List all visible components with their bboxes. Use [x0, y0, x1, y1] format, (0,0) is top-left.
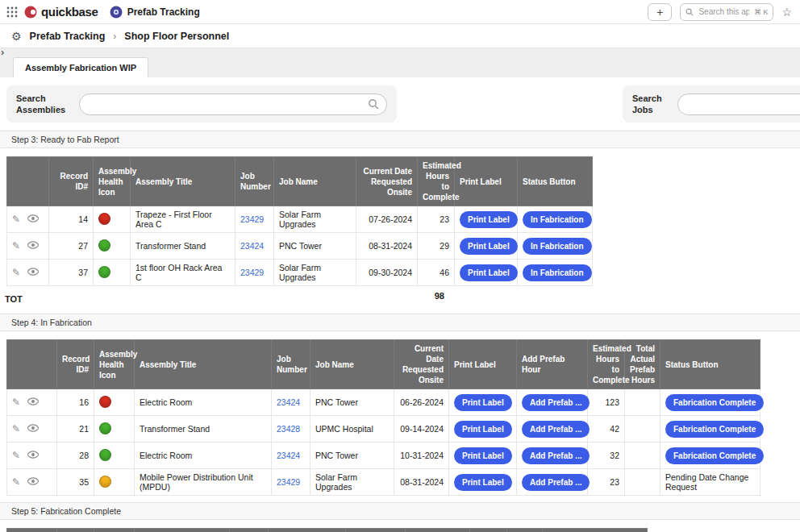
- print-label-button[interactable]: Print Label: [454, 474, 512, 491]
- edit-record-icon[interactable]: ✎: [12, 240, 20, 251]
- col-health-icon[interactable]: Assembly Health Icon: [94, 157, 131, 206]
- view-record-icon[interactable]: [27, 450, 39, 461]
- status-button[interactable]: Fabrication Complete: [665, 421, 764, 438]
- col-add-prefab-hour[interactable]: Add Prefab Hour: [406, 529, 470, 532]
- col-estimated-hours[interactable]: Estimated Hours to Complete: [470, 529, 507, 532]
- side-panel-expand-icon[interactable]: ›: [1, 46, 4, 58]
- col-assembly-title[interactable]: Assembly Title: [135, 340, 272, 389]
- view-record-icon[interactable]: [27, 214, 39, 225]
- search-assemblies-panel: Search Assemblies: [6, 85, 397, 123]
- add-prefab-hour-button[interactable]: Add Prefab ...: [522, 394, 590, 411]
- edit-record-icon[interactable]: ✎: [12, 423, 20, 434]
- edit-record-icon[interactable]: ✎: [12, 450, 20, 461]
- favorite-star-icon[interactable]: ☆: [781, 6, 792, 19]
- health-icon: [98, 239, 110, 251]
- current-app-chip[interactable]: Prefab Tracking: [110, 6, 200, 19]
- col-add-prefab-hour[interactable]: Add Prefab Hour: [517, 340, 588, 389]
- section-step5: Step 5: Fabrication Complete: [0, 502, 800, 520]
- print-label-button[interactable]: Print Label: [460, 264, 518, 281]
- print-label-button[interactable]: Print Label: [454, 421, 512, 438]
- settings-gear-icon[interactable]: ⚙: [11, 30, 22, 43]
- add-prefab-cell: Add Prefab ...: [517, 469, 588, 496]
- edit-record-icon[interactable]: ✎: [12, 267, 20, 278]
- quickbase-logo[interactable]: quickbase: [24, 5, 98, 19]
- print-label-button[interactable]: Print Label: [454, 394, 512, 411]
- job-number-link[interactable]: 23424: [240, 241, 264, 251]
- filter-row: Search Assemblies Search Jobs: [0, 85, 800, 123]
- col-job-number[interactable]: Job Number: [272, 340, 310, 389]
- new-item-button[interactable]: +: [648, 3, 672, 21]
- tab-assembly-fabrication-wip[interactable]: Assembly Fabrication WIP: [13, 57, 148, 77]
- col-record-id[interactable]: Record ID#: [49, 157, 94, 206]
- print-label-cell: Print Label: [449, 443, 517, 469]
- estimated-hours: 123: [588, 389, 625, 416]
- table-row: ✎ 35 Mobile Power Distribution Unit (MPD…: [7, 469, 760, 496]
- row-actions: ✎: [7, 260, 49, 286]
- add-prefab-hour-button[interactable]: Add Prefab ...: [522, 474, 590, 491]
- col-record-id[interactable]: Record ID#: [57, 340, 94, 389]
- col-print-label[interactable]: Print Label: [455, 157, 518, 206]
- col-job-name[interactable]: Job Name: [274, 157, 356, 206]
- col-job-name[interactable]: Job Name: [310, 340, 394, 389]
- job-number-link[interactable]: 23428: [277, 424, 300, 434]
- job-number-link[interactable]: 23429: [277, 477, 300, 487]
- status-cell: Fabrication Complete: [660, 416, 760, 443]
- view-record-icon[interactable]: [27, 397, 39, 408]
- col-date-requested[interactable]: Current Date Requested Onsite: [346, 529, 406, 532]
- status-button[interactable]: Fabrication Complete: [665, 394, 764, 411]
- job-name: Solar Farm Upgrades: [274, 206, 356, 233]
- app-search-box[interactable]: ⌘ K: [680, 3, 773, 21]
- col-assembly-title[interactable]: Assembly Title: [135, 529, 230, 532]
- search-jobs-input[interactable]: [677, 94, 800, 115]
- job-number-link[interactable]: 23429: [240, 268, 264, 277]
- job-number-link[interactable]: 23424: [277, 451, 300, 460]
- col-status-button[interactable]: Status Button: [543, 529, 648, 532]
- edit-record-icon[interactable]: ✎: [12, 214, 20, 225]
- breadcrumb-parent[interactable]: Prefab Tracking: [30, 31, 106, 42]
- edit-record-icon[interactable]: ✎: [12, 397, 20, 408]
- col-record-id[interactable]: Record ID#: [57, 529, 94, 532]
- col-total-actual-hours[interactable]: Total Actual Prefab Hours: [507, 529, 543, 532]
- col-status-button[interactable]: Status Button: [518, 157, 593, 206]
- section-step3-title: Step 3: Ready to Fab Report: [11, 135, 119, 144]
- add-prefab-hour-button[interactable]: Add Prefab ...: [522, 447, 590, 464]
- view-record-icon[interactable]: [27, 267, 39, 278]
- search-icon: [368, 98, 379, 110]
- edit-record-icon[interactable]: ✎: [12, 476, 20, 488]
- search-assemblies-input[interactable]: [79, 94, 387, 115]
- add-prefab-hour-button[interactable]: Add Prefab ...: [522, 421, 590, 438]
- job-number-link[interactable]: 23429: [240, 214, 264, 224]
- app-search-input[interactable]: [697, 6, 750, 17]
- col-date-requested[interactable]: Current Date Requested Onsite: [394, 340, 449, 389]
- status-button[interactable]: In Fabrication: [523, 264, 592, 281]
- col-health-icon[interactable]: Assembly Health Icon: [94, 529, 135, 532]
- print-label-button[interactable]: Print Label: [460, 211, 518, 228]
- col-job-number[interactable]: Job Number: [230, 529, 269, 532]
- col-assembly-title[interactable]: Assembly Title: [131, 157, 235, 206]
- record-id: 16: [57, 389, 94, 416]
- print-label-button[interactable]: Print Label: [454, 447, 512, 464]
- view-record-icon[interactable]: [27, 476, 39, 488]
- status-button[interactable]: In Fabrication: [523, 211, 592, 228]
- status-button[interactable]: In Fabrication: [523, 238, 592, 255]
- col-estimated-hours[interactable]: Estimated Hours to Complete: [588, 340, 625, 389]
- col-health-icon[interactable]: Assembly Health Icon: [94, 340, 135, 389]
- date-requested: 09-14-2024: [394, 416, 449, 443]
- assembly-title: Transformer Stand: [135, 416, 272, 443]
- col-print-label[interactable]: Print Label: [449, 340, 517, 389]
- col-job-number[interactable]: Job Number: [235, 157, 274, 206]
- view-record-icon[interactable]: [27, 240, 39, 251]
- table-row: ✎ 21 Transformer Stand 23428 UPMC Hospit…: [7, 416, 760, 443]
- job-name: Solar Farm Upgrades: [310, 469, 394, 496]
- status-cell: In Fabrication: [518, 206, 593, 233]
- view-record-icon[interactable]: [27, 423, 39, 434]
- status-button[interactable]: Fabrication Complete: [665, 447, 764, 464]
- col-date-requested[interactable]: Current Date Requested Onsite: [356, 157, 418, 206]
- print-label-button[interactable]: Print Label: [460, 238, 518, 255]
- job-number-link[interactable]: 23424: [277, 397, 300, 407]
- col-status-button[interactable]: Status Button: [660, 340, 760, 389]
- col-job-name[interactable]: Job Name: [269, 529, 346, 532]
- app-switcher-icon[interactable]: [6, 6, 18, 18]
- print-label-cell: Print Label: [449, 416, 517, 443]
- col-estimated-hours[interactable]: Estimated Hours to Complete: [418, 157, 455, 206]
